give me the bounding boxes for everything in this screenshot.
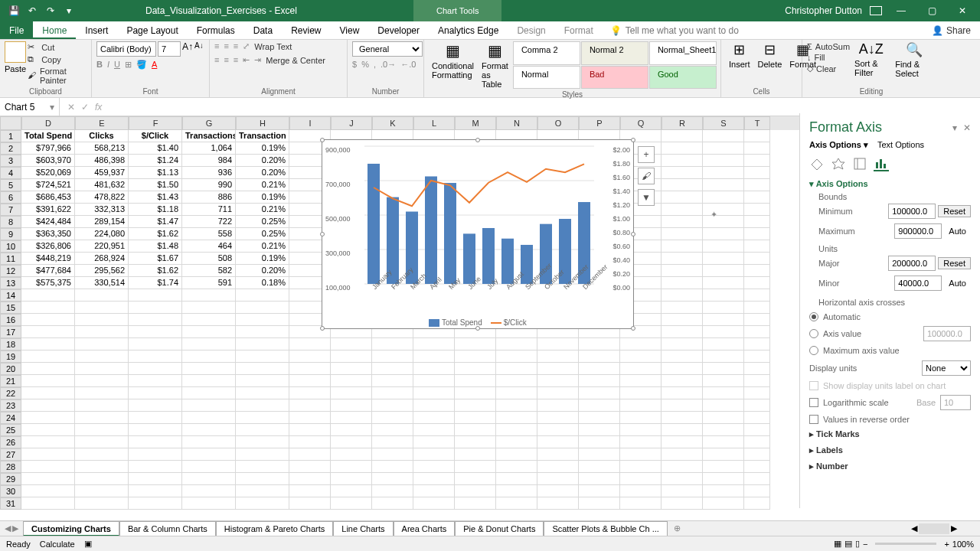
cell[interactable]: [703, 424, 744, 436]
sheet-tab[interactable]: Customizing Charts: [23, 521, 119, 536]
sheet-nav-prev-icon[interactable]: ◀: [5, 523, 11, 533]
cell[interactable]: $686,453: [21, 191, 75, 204]
cell[interactable]: [182, 424, 236, 436]
cell[interactable]: [662, 142, 703, 155]
row-header[interactable]: 7: [0, 204, 21, 216]
row-header[interactable]: 6: [0, 191, 21, 204]
row-header[interactable]: 27: [0, 448, 21, 461]
cell[interactable]: [744, 338, 770, 350]
cell[interactable]: [744, 363, 770, 375]
cell[interactable]: [75, 436, 129, 448]
cell[interactable]: [236, 387, 289, 399]
cell[interactable]: [182, 350, 236, 363]
cell[interactable]: $575,375: [21, 277, 75, 289]
cell[interactable]: $1.18: [129, 204, 182, 216]
cell[interactable]: 886: [182, 191, 236, 204]
cell[interactable]: [703, 302, 744, 314]
cell[interactable]: [579, 412, 620, 424]
name-box[interactable]: Chart 5▾: [0, 98, 60, 116]
cell[interactable]: [744, 436, 770, 448]
cell[interactable]: [289, 363, 331, 375]
conditional-formatting-button[interactable]: ▦Conditional Formatting: [429, 41, 477, 89]
cell[interactable]: [662, 424, 703, 436]
bounds-min-reset[interactable]: Reset: [938, 205, 971, 217]
cell[interactable]: $1.47: [129, 216, 182, 228]
cell[interactable]: 0.20%: [236, 155, 289, 167]
cell[interactable]: [21, 448, 75, 461]
col-header[interactable]: L: [413, 116, 455, 130]
cell[interactable]: $603,970: [21, 155, 75, 167]
cell[interactable]: [372, 436, 413, 448]
cell[interactable]: [236, 350, 289, 363]
cell[interactable]: [744, 204, 770, 216]
row-header[interactable]: 28: [0, 461, 21, 473]
chart-legend[interactable]: Total Spend $/Click: [322, 318, 633, 327]
cell[interactable]: [289, 375, 331, 387]
cell[interactable]: 289,154: [75, 216, 129, 228]
cell[interactable]: [21, 289, 75, 302]
close-icon[interactable]: ✕: [951, 3, 974, 18]
cell[interactable]: 591: [182, 277, 236, 289]
cell[interactable]: [744, 240, 770, 253]
cell[interactable]: [496, 497, 537, 510]
cell[interactable]: [129, 497, 182, 510]
cell[interactable]: [75, 326, 129, 338]
cell[interactable]: [662, 289, 703, 302]
save-icon[interactable]: 💾: [8, 5, 20, 17]
underline-button[interactable]: U: [114, 60, 120, 70]
cell[interactable]: [703, 473, 744, 485]
cell[interactable]: Total Spend: [21, 130, 75, 142]
shrink-font-icon[interactable]: A↓: [194, 41, 204, 57]
cell[interactable]: [496, 424, 537, 436]
cell[interactable]: [21, 461, 75, 473]
wrap-text-button[interactable]: Wrap Text: [254, 41, 292, 52]
style-normal2[interactable]: Normal 2: [581, 41, 648, 65]
col-header[interactable]: M: [455, 116, 496, 130]
fill-color-icon[interactable]: 🪣: [136, 60, 147, 70]
cell[interactable]: [744, 289, 770, 302]
cell[interactable]: [182, 436, 236, 448]
cell[interactable]: [703, 277, 744, 289]
cell[interactable]: [129, 436, 182, 448]
cell[interactable]: [496, 338, 537, 350]
cell[interactable]: [537, 485, 579, 497]
cell[interactable]: [620, 424, 662, 436]
cell[interactable]: [662, 399, 703, 412]
cell[interactable]: [75, 338, 129, 350]
cell[interactable]: [496, 363, 537, 375]
cell[interactable]: [413, 399, 455, 412]
cell[interactable]: [413, 424, 455, 436]
tab-developer[interactable]: Developer: [368, 21, 429, 39]
cell[interactable]: [289, 338, 331, 350]
units-major-input[interactable]: [888, 256, 936, 271]
sheet-tab[interactable]: Scatter Plots & Bubble Ch ...: [544, 521, 667, 536]
redo-icon[interactable]: ↷: [44, 5, 57, 17]
align-right-icon[interactable]: ≡: [234, 55, 238, 66]
cell[interactable]: [236, 448, 289, 461]
cell[interactable]: [331, 461, 372, 473]
cell[interactable]: 558: [182, 228, 236, 240]
chart-plot-area[interactable]: [364, 146, 594, 284]
cell[interactable]: [744, 191, 770, 204]
cell[interactable]: [537, 497, 579, 510]
cell[interactable]: [662, 167, 703, 179]
cell[interactable]: [413, 448, 455, 461]
cell[interactable]: [236, 497, 289, 510]
fill-line-icon[interactable]: [809, 156, 825, 171]
cell[interactable]: [372, 387, 413, 399]
minimize-icon[interactable]: —: [890, 3, 913, 18]
col-header[interactable]: K: [372, 116, 413, 130]
cell[interactable]: [703, 240, 744, 253]
maximize-icon[interactable]: ▢: [920, 3, 943, 18]
chart-y-axis-left[interactable]: 900,000700,000500,000300,000100,000: [325, 146, 351, 318]
cell[interactable]: $724,521: [21, 179, 75, 191]
tab-formulas[interactable]: Formulas: [188, 21, 244, 39]
cell[interactable]: $1.24: [129, 155, 182, 167]
cell[interactable]: [496, 461, 537, 473]
cell[interactable]: [21, 375, 75, 387]
chart-elements-button[interactable]: +: [638, 146, 655, 163]
view-page-break-icon[interactable]: ▯: [855, 539, 860, 549]
cell[interactable]: [455, 497, 496, 510]
cell[interactable]: [236, 302, 289, 314]
cell[interactable]: [744, 302, 770, 314]
